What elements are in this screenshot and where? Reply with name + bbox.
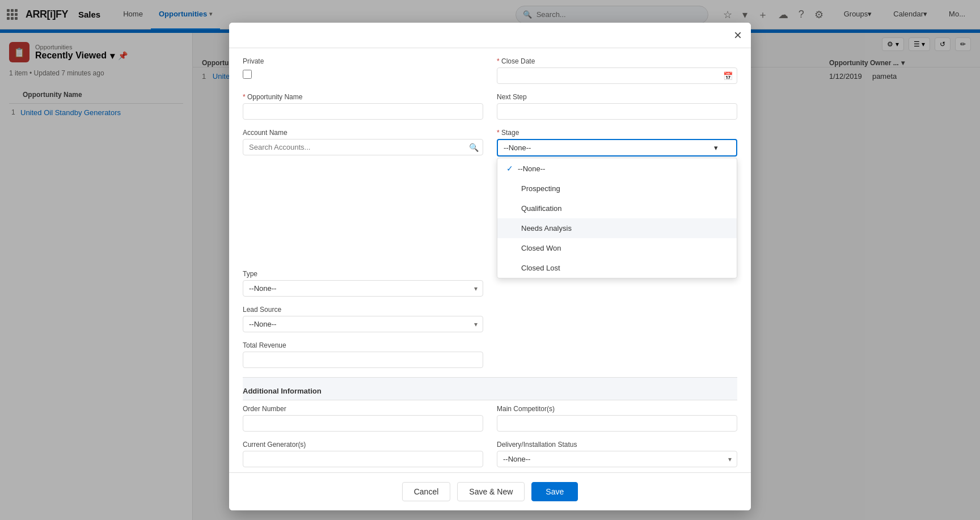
modal-footer: Cancel Save & New Save xyxy=(229,472,751,510)
form-col-leadsource: Lead Source --None-- ▾ xyxy=(243,306,483,332)
form-col-empty2 xyxy=(497,306,737,332)
lead-source-select[interactable]: --None-- xyxy=(243,316,483,332)
delivery-status-select[interactable]: --None-- xyxy=(497,451,737,467)
form-col-order-number: Order Number xyxy=(243,405,483,432)
calendar-icon: 📅 xyxy=(723,71,733,81)
form-row-revenue: Total Revenue xyxy=(243,341,737,368)
total-revenue-input[interactable] xyxy=(243,352,483,368)
form-row-leadsource: Lead Source --None-- ▾ xyxy=(243,306,737,332)
additional-info-section: Additional Information xyxy=(243,377,737,400)
current-generator-label: Current Generator(s) xyxy=(243,441,483,449)
total-revenue-label: Total Revenue xyxy=(243,341,483,349)
order-number-label: Order Number xyxy=(243,405,483,413)
private-checkbox-wrap xyxy=(243,70,483,79)
form-col-revenue: Total Revenue xyxy=(243,341,483,368)
close-date-label: Close Date xyxy=(497,57,737,65)
lead-source-select-wrap: --None-- ▾ xyxy=(243,316,483,332)
stage-chevron-down-icon: ▾ xyxy=(714,143,718,152)
delivery-status-label: Delivery/Installation Status xyxy=(497,441,737,449)
new-opportunity-modal: × Private Close Date 📅 xyxy=(229,23,751,510)
form-col-generator: Current Generator(s) xyxy=(243,441,483,467)
account-search-icon: 🔍 xyxy=(469,143,479,152)
cancel-button[interactable]: Cancel xyxy=(402,482,451,501)
modal-scroll-area[interactable]: Private Close Date 📅 Opportunity Name xyxy=(229,48,751,472)
save-and-new-button[interactable]: Save & New xyxy=(457,482,525,501)
form-col-empty3 xyxy=(497,341,737,368)
stage-selected-display[interactable]: --None-- ▾ xyxy=(497,139,737,157)
stage-dropdown-list: ✓ --None-- Prospecting Qualification xyxy=(497,158,737,278)
form-row-order-competitor: Order Number Main Competitor(s) xyxy=(243,405,737,432)
checkmark-icon: ✓ xyxy=(506,164,513,173)
stage-option-prospecting[interactable]: Prospecting xyxy=(497,179,737,198)
modal-body: Private Close Date 📅 Opportunity Name xyxy=(229,48,751,472)
modal-header: × xyxy=(229,23,751,48)
form-col-account: Account Name 🔍 xyxy=(243,129,483,155)
stage-dropdown-wrap: --None-- ▾ ✓ --None-- Prospecting xyxy=(497,139,737,157)
form-row-private-closedate: Private Close Date 📅 xyxy=(243,57,737,84)
account-search-input[interactable] xyxy=(243,139,483,155)
close-date-input[interactable] xyxy=(497,67,737,84)
form-col-stage: Stage --None-- ▾ ✓ --None-- xyxy=(497,129,737,157)
opp-name-label: Opportunity Name xyxy=(243,93,483,101)
stage-option-closed-won[interactable]: Closed Won xyxy=(497,238,737,258)
form-col-oppname: Opportunity Name xyxy=(243,93,483,120)
additional-info-title: Additional Information xyxy=(243,387,322,402)
lead-source-label: Lead Source xyxy=(243,306,483,314)
stage-option-needs-analysis[interactable]: Needs Analysis xyxy=(497,218,737,238)
form-col-closedate: Close Date 📅 xyxy=(497,57,737,84)
type-select[interactable]: --None-- xyxy=(243,280,483,297)
stage-option-qualification[interactable]: Qualification xyxy=(497,198,737,218)
stage-option-none[interactable]: ✓ --None-- xyxy=(497,158,737,179)
order-number-input[interactable] xyxy=(243,415,483,432)
form-col-nextstep: Next Step xyxy=(497,93,737,120)
form-col-private: Private xyxy=(243,57,483,84)
account-search-wrap: 🔍 xyxy=(243,139,483,155)
stage-label: Stage xyxy=(497,129,737,137)
form-row-account-stage: Account Name 🔍 Stage --None-- ▾ xyxy=(243,129,737,157)
form-row-oppname-nextstep: Opportunity Name Next Step xyxy=(243,93,737,120)
delivery-status-select-wrap: --None-- ▾ xyxy=(497,451,737,467)
form-col-competitor: Main Competitor(s) xyxy=(497,405,737,432)
main-competitor-label: Main Competitor(s) xyxy=(497,405,737,413)
form-col-type: Type --None-- ▾ xyxy=(243,270,483,297)
stage-option-closed-lost[interactable]: Closed Lost xyxy=(497,258,737,278)
next-step-input[interactable] xyxy=(497,103,737,120)
current-generator-input[interactable] xyxy=(243,451,483,467)
account-name-label: Account Name xyxy=(243,129,483,137)
form-row-generator-delivery: Current Generator(s) Delivery/Installati… xyxy=(243,441,737,467)
close-date-wrap: 📅 xyxy=(497,67,737,84)
type-select-wrap: --None-- ▾ xyxy=(243,280,483,297)
next-step-label: Next Step xyxy=(497,93,737,101)
type-label: Type xyxy=(243,270,483,278)
save-button[interactable]: Save xyxy=(531,482,578,501)
form-col-delivery: Delivery/Installation Status --None-- ▾ xyxy=(497,441,737,467)
private-label: Private xyxy=(243,57,483,65)
main-competitor-input[interactable] xyxy=(497,415,737,432)
opp-name-input[interactable] xyxy=(243,103,483,120)
private-checkbox[interactable] xyxy=(243,70,252,79)
modal-close-button[interactable]: × xyxy=(734,27,742,43)
